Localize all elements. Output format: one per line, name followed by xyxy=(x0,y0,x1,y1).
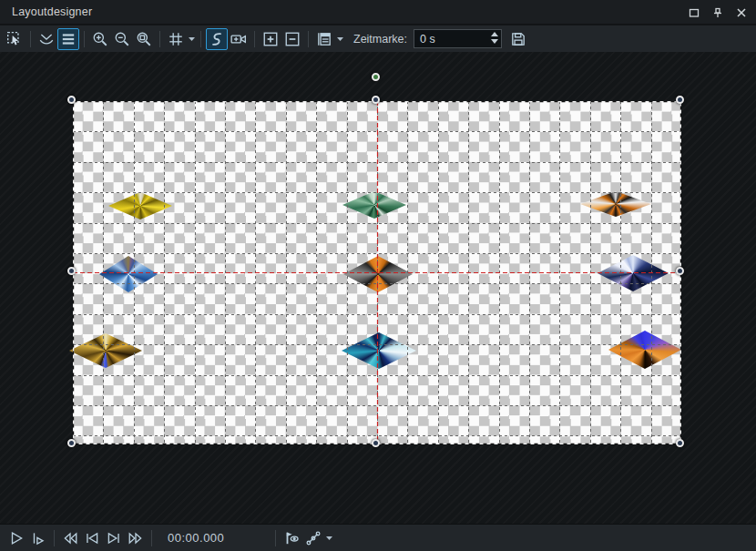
smooth-path-button[interactable] xyxy=(36,28,57,50)
pin-icon[interactable] xyxy=(710,5,725,20)
layout-bands-icon xyxy=(60,31,77,47)
layoutdesigner-window: Layoutdesigner xyxy=(0,0,756,551)
spinner-up-icon[interactable] xyxy=(491,32,498,36)
resize-handle[interactable] xyxy=(67,96,76,104)
step-back-button[interactable] xyxy=(81,527,103,549)
step-forward-icon xyxy=(106,530,122,546)
keyframe-dropdown-arrow[interactable] xyxy=(324,527,333,549)
fast-forward-icon xyxy=(128,530,144,546)
save-button[interactable] xyxy=(507,28,529,50)
resize-handle[interactable] xyxy=(372,96,380,104)
zeitmarke-label: Zeitmarke: xyxy=(353,33,407,46)
separator xyxy=(254,31,255,47)
select-tool-button[interactable] xyxy=(4,28,26,50)
layout-bands-button[interactable] xyxy=(57,28,79,50)
resize-handle[interactable] xyxy=(372,439,380,447)
step-back-icon xyxy=(84,530,100,546)
rewind-icon xyxy=(62,530,78,546)
separator xyxy=(200,31,201,47)
panel-options-dropdown-arrow[interactable] xyxy=(335,28,344,50)
keyframe-path-icon xyxy=(305,530,322,546)
play-from-marker-button[interactable] xyxy=(27,527,49,549)
zoom-in-button[interactable] xyxy=(89,28,111,50)
separator xyxy=(54,530,55,546)
play-from-marker-icon xyxy=(30,530,46,546)
fast-forward-button[interactable] xyxy=(125,527,147,549)
grid-dropdown-arrow[interactable] xyxy=(187,28,196,50)
close-icon[interactable] xyxy=(734,5,749,20)
separator xyxy=(275,530,276,546)
spinner-down-icon[interactable] xyxy=(491,39,498,44)
window-title: Layoutdesigner xyxy=(12,5,92,18)
camera-icon xyxy=(230,31,247,47)
save-icon xyxy=(510,31,526,47)
resize-handle[interactable] xyxy=(676,439,684,447)
canvas-grid xyxy=(73,101,681,444)
zoom-in-icon xyxy=(92,31,108,47)
plus-icon xyxy=(262,31,279,47)
titlebar: Layoutdesigner xyxy=(0,0,756,25)
stage[interactable] xyxy=(73,101,681,444)
zeitmarke-field-wrap xyxy=(414,29,502,48)
resize-handle[interactable] xyxy=(676,96,684,104)
minus-icon xyxy=(284,31,301,47)
camera-button[interactable] xyxy=(228,28,250,50)
zoom-fit-icon xyxy=(136,31,152,47)
step-forward-button[interactable] xyxy=(103,527,125,549)
panel-options-button[interactable] xyxy=(313,28,335,50)
separator xyxy=(159,31,160,47)
marker-visibility-button[interactable] xyxy=(281,527,302,549)
grid-icon xyxy=(168,31,184,47)
grid-button[interactable] xyxy=(165,28,187,50)
curve-tool-icon xyxy=(209,31,225,47)
add-button[interactable] xyxy=(260,28,281,50)
separator xyxy=(30,31,31,47)
zeitmarke-input[interactable] xyxy=(414,29,502,48)
marker-visibility-icon xyxy=(283,530,300,546)
playback-toolbar: 00:00.000 xyxy=(0,524,756,551)
zeitmarke-spinner[interactable] xyxy=(491,32,498,44)
separator xyxy=(84,31,85,47)
timecode: 00:00.000 xyxy=(168,531,224,545)
restore-window-icon[interactable] xyxy=(687,5,701,20)
play-icon xyxy=(8,530,25,546)
curve-tool-button[interactable] xyxy=(206,28,228,50)
rewind-button[interactable] xyxy=(59,527,81,549)
resize-handle[interactable] xyxy=(67,267,76,275)
keyframe-path-button[interactable] xyxy=(302,527,324,549)
smooth-path-icon xyxy=(38,31,55,47)
panel-options-icon xyxy=(316,31,332,47)
resize-handle[interactable] xyxy=(67,439,76,447)
separator xyxy=(308,31,309,47)
rotation-handle[interactable] xyxy=(372,73,380,81)
zoom-out-icon xyxy=(114,31,130,47)
play-button[interactable] xyxy=(5,527,27,549)
select-tool-icon xyxy=(6,31,23,47)
remove-button[interactable] xyxy=(281,28,303,50)
zoom-fit-button[interactable] xyxy=(133,28,155,50)
zoom-out-button[interactable] xyxy=(111,28,133,50)
separator xyxy=(151,530,152,546)
main-toolbar: Zeitmarke: xyxy=(0,26,756,52)
resize-handle[interactable] xyxy=(676,267,684,275)
